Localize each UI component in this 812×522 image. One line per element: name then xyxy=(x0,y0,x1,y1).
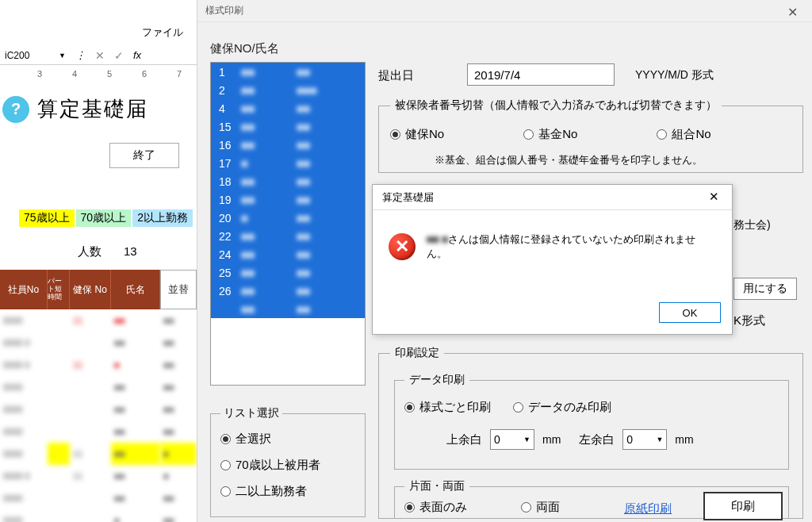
legend-75: 75歳以上 xyxy=(19,209,75,227)
list-item[interactable]: 22■■■■ xyxy=(211,227,365,245)
data-grid: 000011■■■■0000 0■■■■0000 011■■■0000■■■■0… xyxy=(0,309,197,522)
formula-bar: iC200 ▼ ⋮ ✕ ✓ fx xyxy=(0,46,197,65)
dropdown-icon[interactable]: ▼ xyxy=(59,52,66,59)
switch-note: ※基金、組合は個人番号・基礎年金番号を印字しません。 xyxy=(435,153,791,167)
list-item[interactable]: 18■■■■ xyxy=(211,172,365,190)
table-row[interactable]: 0000 011■■■ xyxy=(0,354,197,376)
th-emp-no: 社員No xyxy=(0,270,48,309)
margin-top-label: 上余白 xyxy=(436,432,482,447)
print-dialog: 様式印刷 ✕ 健保NO/氏名 1■■■■2■■■■■4■■■■15■■■■16■… xyxy=(197,0,812,522)
submit-date-label: 提出日 xyxy=(378,68,414,83)
table-row[interactable]: 0000■■■ xyxy=(0,509,197,522)
list-item[interactable]: 26■■■■ xyxy=(211,282,365,300)
table-row[interactable]: 0000■■■■ xyxy=(0,376,197,398)
date-format-hint: YYYY/M/D 形式 xyxy=(635,68,714,83)
table-row[interactable]: 0000 0■■■■ xyxy=(0,332,197,354)
menu-file[interactable]: ファイル xyxy=(142,25,183,40)
radio-over-70[interactable]: 70歳以上被用者 xyxy=(220,458,355,473)
partial-text-1: 務士会) xyxy=(733,216,791,235)
print-button[interactable]: 印刷 xyxy=(703,492,783,520)
unit-mm-2: mm xyxy=(675,433,693,446)
original-paper-print-link[interactable]: 原紙印刷 xyxy=(624,501,672,516)
table-row[interactable]: 000011■■■■ xyxy=(0,309,197,332)
cancel-icon[interactable]: ✕ xyxy=(95,49,105,62)
exit-button[interactable]: 終了 xyxy=(109,143,179,168)
legend-multi: 2以上勤務 xyxy=(132,209,193,227)
print-legend: 印刷設定 xyxy=(390,346,444,360)
message-title: 算定基礎届 xyxy=(373,185,732,210)
kenpo-label: 健保NO/氏名 xyxy=(210,41,279,56)
fx-icon[interactable]: fx xyxy=(133,49,141,61)
radio-kumiai-no[interactable]: 組合No xyxy=(657,127,710,142)
sort-button[interactable]: 並替 xyxy=(160,270,197,309)
accept-icon[interactable]: ✓ xyxy=(114,49,124,62)
legend-70: 70歳以上 xyxy=(76,209,132,227)
radio-kenpo-no[interactable]: 健保No xyxy=(390,127,444,142)
submit-date-input[interactable] xyxy=(467,63,615,86)
side-legend: 片面・両面 xyxy=(404,479,469,493)
table-row[interactable]: 0000■■■■ xyxy=(0,487,197,509)
count-value: 13 xyxy=(124,244,137,259)
error-icon: ✕ xyxy=(389,233,416,260)
dialog-title: 様式印刷 xyxy=(197,0,812,22)
radio-front-only[interactable]: 表面のみ xyxy=(404,500,467,515)
column-headers: 34567 xyxy=(0,65,197,83)
list-item[interactable]: 4■■■■ xyxy=(211,99,365,117)
dialog-close-icon[interactable]: ✕ xyxy=(779,3,806,21)
table-row[interactable]: 0000 011■■■ xyxy=(0,465,197,487)
partial-text-k: K形式 xyxy=(733,313,765,328)
list-item[interactable]: 19■■■■ xyxy=(211,190,365,209)
list-select-fieldset: リスト選択 全選択 70歳以上被用者 二以上勤務者 xyxy=(210,406,366,517)
margin-left-combo[interactable]: 0▼ xyxy=(622,429,667,450)
radio-select-all[interactable]: 全選択 xyxy=(220,432,355,447)
table-row[interactable]: 0000■■■■ xyxy=(0,420,197,443)
table-row[interactable]: 0000·11■■■ xyxy=(0,443,197,465)
table-header: 社員No パー ト短 時間 健保 No 氏名 並替 xyxy=(0,270,197,309)
chevron-down-icon: ▼ xyxy=(523,436,530,443)
count-row: 人数 13 xyxy=(78,244,137,259)
more-icon: ⋮ xyxy=(75,49,86,61)
unit-mm: mm xyxy=(542,433,561,446)
number-switch-fieldset: 被保険者番号切替（個人情報で入力済みであれば切替できます） 健保No 基金No … xyxy=(378,98,803,173)
radio-print-style[interactable]: 様式ごと印刷 xyxy=(404,400,491,415)
list-item[interactable]: 17■■■ xyxy=(211,154,365,172)
th-kenpo-no: 健保 No xyxy=(70,270,111,309)
partial-button-1[interactable]: 用にする xyxy=(733,278,797,300)
list-item[interactable]: 2■■■■■ xyxy=(211,81,365,99)
cell-reference[interactable]: iC200 xyxy=(5,50,49,61)
message-close-icon[interactable]: ✕ xyxy=(700,188,727,205)
data-print-legend: データ印刷 xyxy=(404,373,469,387)
chevron-down-icon: ▼ xyxy=(656,436,663,443)
message-text: ■■ ■さんは個人情報に登録されていないため印刷されません。 xyxy=(427,232,716,261)
switch-legend: 被保険者番号切替（個人情報で入力済みであれば切替できます） xyxy=(390,98,722,113)
count-label: 人数 xyxy=(78,244,102,259)
data-print-fieldset: データ印刷 様式ごと印刷 データのみ印刷 上余白 0▼ mm 左余白 0▼ mm xyxy=(394,373,789,470)
list-item[interactable]: 20■■■ xyxy=(211,209,365,227)
th-name: 氏名 xyxy=(111,270,160,309)
list-select-legend: リスト選択 xyxy=(220,406,282,420)
radio-both-sides[interactable]: 両面 xyxy=(521,500,560,515)
page-title: 算定基礎届 xyxy=(37,95,148,123)
list-item[interactable]: 15■■■■ xyxy=(211,117,365,136)
list-item[interactable]: 24■■■■ xyxy=(211,245,365,263)
help-icon[interactable]: ? xyxy=(2,96,29,123)
list-item[interactable]: 16■■■■ xyxy=(211,136,365,154)
spreadsheet-panel: ファイル iC200 ▼ ⋮ ✕ ✓ fx 34567 ? 算定基礎届 終了 7… xyxy=(0,0,197,522)
table-row[interactable]: 0000■■■■ xyxy=(0,398,197,420)
th-parttime: パー ト短 時間 xyxy=(48,270,70,309)
employee-listbox[interactable]: 1■■■■2■■■■■4■■■■15■■■■16■■■■17■■■18■■■■1… xyxy=(210,62,366,386)
list-item[interactable]: 25■■■■ xyxy=(211,263,365,282)
margin-top-combo[interactable]: 0▼ xyxy=(490,429,534,450)
radio-multi-work[interactable]: 二以上勤務者 xyxy=(220,484,355,499)
ok-button[interactable]: OK xyxy=(659,302,721,323)
list-item[interactable]: 1■■■■ xyxy=(211,63,365,81)
list-item[interactable]: ■■■■ xyxy=(211,300,365,318)
radio-kikin-no[interactable]: 基金No xyxy=(523,127,577,142)
message-dialog: 算定基礎届 ✕ ✕ ■■ ■さんは個人情報に登録されていないため印刷されません。… xyxy=(372,184,733,335)
radio-print-data-only[interactable]: データのみ印刷 xyxy=(513,400,611,415)
legend: 75歳以上 70歳以上 2以上勤務 xyxy=(19,209,193,227)
margin-left-label: 左余白 xyxy=(569,432,615,447)
